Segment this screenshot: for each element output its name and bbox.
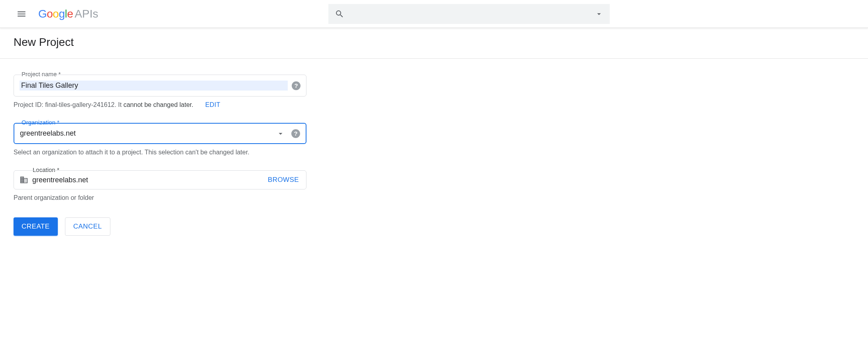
help-icon[interactable]: ?	[291, 129, 300, 138]
project-id-suffix: . It	[114, 101, 123, 108]
project-id-bold: cannot be changed later.	[124, 101, 193, 108]
organization-help-text: Select an organization to attach it to a…	[14, 149, 313, 156]
page-title-bar: New Project	[0, 28, 868, 59]
help-icon[interactable]: ?	[292, 81, 300, 90]
cancel-button[interactable]: CANCEL	[65, 217, 110, 236]
page-title: New Project	[14, 36, 854, 49]
project-name-field-wrap: Project name * Final Tiles Gallery ?	[14, 75, 313, 97]
organization-field-wrap: Organization * greentreelabs.net ?	[14, 123, 313, 144]
google-logo: Google	[38, 8, 73, 20]
project-name-input[interactable]: Final Tiles Gallery	[20, 81, 288, 91]
browse-button[interactable]: BROWSE	[268, 176, 299, 184]
organization-icon	[20, 176, 28, 184]
search-input[interactable]	[349, 10, 595, 18]
organization-value: greentreelabs.net	[20, 129, 76, 138]
search-box[interactable]	[328, 4, 610, 24]
hamburger-menu-icon[interactable]	[12, 4, 31, 24]
project-id-value: final-tiles-gallery-241612	[45, 101, 114, 108]
edit-project-id-link[interactable]: EDIT	[205, 101, 220, 108]
create-button[interactable]: CREATE	[14, 217, 58, 236]
organization-select[interactable]: greentreelabs.net ?	[14, 123, 306, 144]
dropdown-caret-icon[interactable]	[595, 10, 603, 18]
project-name-field[interactable]: Final Tiles Gallery ?	[14, 75, 306, 97]
chevron-down-icon	[276, 129, 285, 138]
project-id-prefix: Project ID:	[14, 101, 45, 108]
top-bar: Google APIs	[0, 0, 868, 28]
form-area: Project name * Final Tiles Gallery ? Pro…	[0, 59, 327, 252]
location-value: greentreelabs.net	[32, 176, 88, 184]
location-field[interactable]: greentreelabs.net BROWSE	[14, 170, 306, 189]
google-apis-logo: Google APIs	[38, 8, 98, 20]
location-field-wrap: Location * greentreelabs.net BROWSE	[14, 170, 313, 189]
search-icon	[335, 9, 344, 19]
apis-text: APIs	[75, 8, 98, 20]
location-help-text: Parent organization or folder	[14, 194, 313, 201]
project-id-row: Project ID: final-tiles-gallery-241612. …	[14, 101, 313, 108]
button-row: CREATE CANCEL	[14, 217, 313, 236]
